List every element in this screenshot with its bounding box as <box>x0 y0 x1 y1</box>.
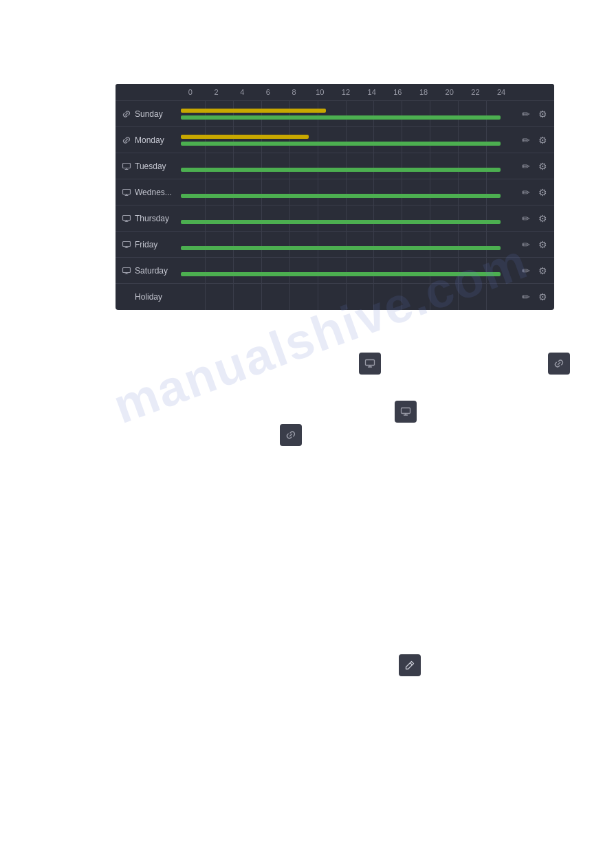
edit-button[interactable]: ✏ <box>520 239 532 250</box>
day-label-text: Friday <box>135 240 157 249</box>
time-label: 10 <box>307 88 333 96</box>
chart-area[interactable] <box>177 232 514 258</box>
chart-area[interactable] <box>177 284 514 310</box>
screen-icon <box>121 240 132 249</box>
time-label: 24 <box>488 88 514 96</box>
bar-container <box>177 101 514 127</box>
time-label: 14 <box>359 88 385 96</box>
screen-icon <box>121 214 132 223</box>
row-actions-saturday: ✏⚙ <box>514 265 554 276</box>
bar-container <box>177 232 514 258</box>
day-row: Wednes...✏⚙ <box>116 179 554 205</box>
row-actions-monday: ✏⚙ <box>514 135 554 146</box>
edit-button[interactable]: ✏ <box>520 161 532 172</box>
floating-screen-icon <box>359 353 381 375</box>
chart-area[interactable] <box>177 101 514 127</box>
day-label-area-saturday: Saturday <box>116 266 177 276</box>
row-actions-friday: ✏⚙ <box>514 239 554 250</box>
chart-area[interactable] <box>177 258 514 284</box>
day-rows: Sunday✏⚙ Monday✏⚙ Tuesday✏⚙ Wednes...✏⚙ … <box>116 101 554 310</box>
screen-icon <box>121 266 132 276</box>
settings-button[interactable]: ⚙ <box>536 213 549 224</box>
svg-rect-6 <box>123 215 131 220</box>
edit-button[interactable]: ✏ <box>520 135 532 146</box>
edit-button[interactable]: ✏ <box>520 291 532 302</box>
day-label-area-tuesday: Tuesday <box>116 162 177 171</box>
settings-button[interactable]: ⚙ <box>536 135 549 146</box>
day-row: Tuesday✏⚙ <box>116 153 554 179</box>
settings-button[interactable]: ⚙ <box>536 291 549 302</box>
green-bar <box>181 142 501 146</box>
time-label: 4 <box>229 88 255 96</box>
time-label: 8 <box>281 88 307 96</box>
time-label: 12 <box>333 88 359 96</box>
row-actions-holiday: ✏⚙ <box>514 291 554 302</box>
day-label-text: Holiday <box>135 292 162 302</box>
day-row: Friday✏⚙ <box>116 232 554 258</box>
bar-container <box>177 205 514 232</box>
link-icon <box>121 109 132 119</box>
day-label-area-holiday: Holiday <box>116 292 177 302</box>
day-label-area-thursday: Thursday <box>116 214 177 223</box>
chart-area[interactable] <box>177 153 514 179</box>
day-row: Sunday✏⚙ <box>116 101 554 127</box>
screen-icon <box>121 162 132 171</box>
bar-container <box>177 153 514 179</box>
day-label-text: Sunday <box>135 109 163 119</box>
edit-button[interactable]: ✏ <box>520 265 532 276</box>
day-label-text: Wednes... <box>135 188 172 197</box>
green-bar <box>181 246 501 250</box>
svg-rect-3 <box>123 189 131 194</box>
settings-button[interactable]: ⚙ <box>536 239 549 250</box>
chart-area[interactable] <box>177 179 514 205</box>
floating-link-icon <box>548 353 570 375</box>
day-row: Holiday✏⚙ <box>116 284 554 310</box>
floating-link-icon <box>280 424 302 446</box>
floating-pencil-icon <box>399 654 421 676</box>
chart-area[interactable] <box>177 127 514 153</box>
bar-container <box>177 284 514 310</box>
floating-screen-icon <box>395 401 417 423</box>
svg-rect-0 <box>123 163 131 168</box>
bar-container <box>177 258 514 284</box>
day-label-area-wednes: Wednes... <box>116 188 177 197</box>
bar-container <box>177 179 514 205</box>
screen-icon <box>121 188 132 197</box>
link-icon <box>121 135 132 145</box>
green-bar <box>181 194 501 198</box>
schedule-widget: 024681012141618202224 Sunday✏⚙ Monday✏⚙ … <box>116 84 554 310</box>
settings-button[interactable]: ⚙ <box>536 161 549 172</box>
edit-button[interactable]: ✏ <box>520 109 532 120</box>
green-bar <box>181 115 501 120</box>
settings-button[interactable]: ⚙ <box>536 265 549 276</box>
time-label: 0 <box>177 88 204 96</box>
edit-button[interactable]: ✏ <box>520 213 532 224</box>
chart-area[interactable] <box>177 205 514 232</box>
row-actions-sunday: ✏⚙ <box>514 109 554 120</box>
time-label: 22 <box>463 88 489 96</box>
svg-rect-15 <box>366 360 375 366</box>
time-label: 16 <box>385 88 411 96</box>
day-label-area-friday: Friday <box>116 240 177 249</box>
time-label: 6 <box>255 88 281 96</box>
settings-button[interactable]: ⚙ <box>536 187 549 198</box>
day-row: Saturday✏⚙ <box>116 258 554 284</box>
row-actions-wednes: ✏⚙ <box>514 187 554 198</box>
bar-container <box>177 127 514 153</box>
green-bar <box>181 220 501 224</box>
day-row: Thursday✏⚙ <box>116 205 554 232</box>
yellow-bar <box>181 135 309 139</box>
row-actions-thursday: ✏⚙ <box>514 213 554 224</box>
settings-button[interactable]: ⚙ <box>536 109 549 120</box>
day-label-area-sunday: Sunday <box>116 109 177 119</box>
edit-button[interactable]: ✏ <box>520 187 532 198</box>
day-label-text: Saturday <box>135 266 168 276</box>
yellow-bar <box>181 109 326 113</box>
svg-rect-12 <box>123 267 131 272</box>
svg-line-21 <box>410 663 413 665</box>
day-label-text: Tuesday <box>135 162 166 171</box>
time-axis: 024681012141618202224 <box>116 84 554 101</box>
time-labels-container: 024681012141618202224 <box>177 88 514 96</box>
day-label-text: Monday <box>135 135 164 145</box>
green-bar <box>181 272 501 276</box>
